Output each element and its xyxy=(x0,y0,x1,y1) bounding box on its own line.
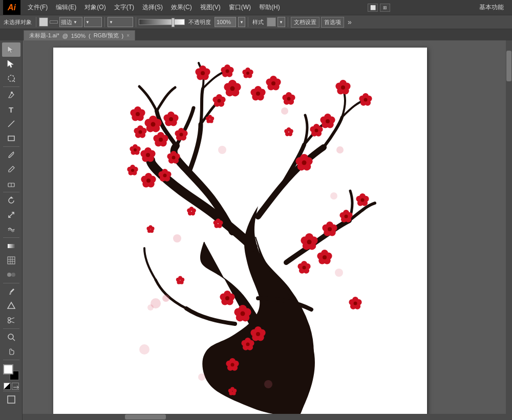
default-colors-btn[interactable] xyxy=(4,383,11,390)
svg-point-217 xyxy=(225,296,229,300)
canvas-area[interactable] xyxy=(23,40,512,420)
menu-edit[interactable]: 编辑(E) xyxy=(52,0,80,15)
svg-point-175 xyxy=(315,129,318,132)
stroke-color[interactable] xyxy=(50,20,58,24)
tool-pen[interactable] xyxy=(2,88,20,102)
svg-point-294 xyxy=(173,234,181,242)
menu-select[interactable]: 选择(S) xyxy=(138,0,167,15)
tool-lasso[interactable] xyxy=(2,71,20,85)
opacity-label: 不透明度 xyxy=(187,18,212,26)
svg-point-262 xyxy=(187,208,191,212)
tool-scale[interactable] xyxy=(2,208,20,222)
svg-point-169 xyxy=(364,98,368,102)
svg-point-290 xyxy=(139,344,150,355)
fg-color-swatch[interactable] xyxy=(3,364,13,374)
svg-point-289 xyxy=(330,192,337,200)
svg-point-181 xyxy=(307,240,312,245)
svg-point-43 xyxy=(218,99,221,103)
svg-point-121 xyxy=(134,148,137,151)
svg-point-73 xyxy=(246,72,249,75)
svg-point-61 xyxy=(271,81,275,85)
menu-file[interactable]: 文件(F) xyxy=(24,0,52,15)
svg-point-115 xyxy=(146,153,150,157)
opacity-handle[interactable] xyxy=(172,18,175,27)
stroke-type-dropdown[interactable]: 描边 xyxy=(59,17,82,27)
svg-point-267 xyxy=(214,220,218,225)
tab-at: @ xyxy=(62,33,68,39)
svg-rect-6 xyxy=(8,136,14,141)
tool-livecolor[interactable] xyxy=(2,299,20,313)
svg-rect-10 xyxy=(8,244,15,248)
svg-point-55 xyxy=(256,92,260,96)
svg-marker-1 xyxy=(8,60,13,68)
tool-sep2 xyxy=(3,146,19,147)
tool-sep5 xyxy=(3,283,19,283)
svg-point-247 xyxy=(354,302,357,305)
style-color[interactable] xyxy=(267,17,276,27)
tool-sep6 xyxy=(3,328,19,329)
menu-text[interactable]: 文字(T) xyxy=(110,0,138,15)
vertical-scrollbar[interactable] xyxy=(506,40,512,420)
color-swatches[interactable] xyxy=(3,364,19,381)
menu-view[interactable]: 视图(V) xyxy=(196,0,225,15)
menu-help[interactable]: 帮助(H) xyxy=(255,0,284,15)
svg-line-21 xyxy=(10,318,14,319)
tool-eraser[interactable] xyxy=(2,176,20,191)
tool-rotate[interactable] xyxy=(2,193,20,208)
menu-window[interactable]: 窗口(W) xyxy=(225,0,255,15)
horizontal-scrollbar[interactable] xyxy=(23,414,506,420)
screen-mode-icon[interactable]: ⬜ xyxy=(368,4,378,12)
menu-effect[interactable]: 效果(C) xyxy=(167,0,196,15)
opacity-value[interactable]: 100% xyxy=(215,17,236,27)
svg-point-139 xyxy=(146,179,151,183)
tab-close-btn[interactable]: × xyxy=(126,33,130,38)
swap-colors-btn[interactable] xyxy=(12,383,19,390)
svg-point-157 xyxy=(326,119,330,123)
svg-point-229 xyxy=(256,332,260,336)
tool-rect[interactable] xyxy=(2,131,20,145)
extra-dropdown1[interactable] xyxy=(108,17,133,27)
svg-point-288 xyxy=(335,269,343,277)
sep4 xyxy=(248,17,248,27)
document-tab[interactable]: 未标题-1.ai* @ 150% ( RGB/预览 ) × xyxy=(24,30,135,40)
tool-gradient[interactable] xyxy=(2,239,20,253)
opacity-slider[interactable] xyxy=(139,19,185,25)
tool-screen-mode[interactable] xyxy=(2,392,20,407)
svg-rect-25 xyxy=(8,396,15,403)
arrange-icon[interactable]: ⊞ xyxy=(380,4,390,12)
tool-eyedropper[interactable] xyxy=(2,284,20,299)
selection-label: 未选择对象 xyxy=(2,18,33,26)
svg-marker-0 xyxy=(8,46,13,53)
extra-icon[interactable]: » xyxy=(348,18,352,26)
horizontal-scroll-thumb[interactable] xyxy=(125,414,166,419)
svg-point-285 xyxy=(147,304,154,311)
tool-select[interactable] xyxy=(2,42,20,57)
tool-line[interactable] xyxy=(2,117,20,131)
fill-color[interactable] xyxy=(39,17,48,27)
sep5 xyxy=(288,17,288,27)
menu-object[interactable]: 对象(O) xyxy=(80,0,110,15)
tool-warp[interactable] xyxy=(2,222,20,236)
doc-settings-btn[interactable]: 文档设置 xyxy=(291,17,319,28)
tool-pencil[interactable] xyxy=(2,162,20,176)
tool-scissors[interactable] xyxy=(2,313,20,327)
tool-zoom[interactable] xyxy=(2,330,20,344)
stroke-width-dropdown[interactable] xyxy=(84,17,102,27)
style-dropdown[interactable] xyxy=(278,17,285,27)
svg-line-24 xyxy=(13,339,15,341)
tool-type[interactable]: T xyxy=(2,102,20,117)
opacity-dropdown[interactable] xyxy=(238,17,245,27)
preferences-btn[interactable]: 首选项 xyxy=(321,17,344,28)
vertical-scroll-thumb[interactable] xyxy=(506,51,511,81)
tool-mesh[interactable] xyxy=(2,253,20,268)
tool-direct-select[interactable] xyxy=(2,57,20,71)
svg-point-287 xyxy=(281,107,288,115)
svg-point-109 xyxy=(180,133,183,137)
svg-point-272 xyxy=(176,278,180,282)
tool-blend[interactable] xyxy=(2,268,20,282)
tool-hand[interactable] xyxy=(2,344,20,359)
tool-paintbrush[interactable] xyxy=(2,148,20,162)
svg-point-241 xyxy=(231,363,234,367)
tool-sep7 xyxy=(3,360,19,360)
menu-bar: Ai 文件(F) 编辑(E) 对象(O) 文字(T) 选择(S) 效果(C) 视… xyxy=(0,0,512,15)
